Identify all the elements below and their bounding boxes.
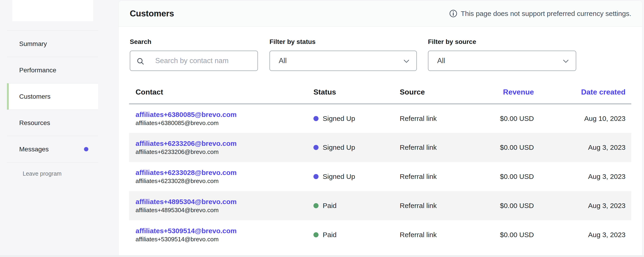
- status-label: Paid: [323, 202, 336, 210]
- contact-email: affiliates+6233206@brevo.com: [136, 148, 314, 156]
- chevron-down-icon: [562, 58, 569, 64]
- search-icon: [136, 57, 144, 65]
- status-dot-icon: [314, 232, 318, 237]
- horizontal-scrollbar[interactable]: [0, 255, 644, 257]
- status-filter-select[interactable]: All: [270, 51, 417, 71]
- revenue-cell: $0.00 USD: [490, 191, 534, 220]
- sidebar-item-label: Customers: [19, 93, 50, 100]
- source-filter-group: Filter by source All: [428, 38, 576, 71]
- sidebar-item-label: Messages: [19, 146, 49, 153]
- search-label: Search: [130, 38, 258, 45]
- contact-link[interactable]: affiliates+4895304@brevo.com: [136, 197, 314, 206]
- column-header-status: Status: [314, 81, 400, 104]
- leave-program-link[interactable]: Leave program: [7, 170, 98, 177]
- chevron-down-icon: [403, 58, 410, 64]
- contact-email: affiliates+6233028@brevo.com: [136, 177, 314, 185]
- contact-email: affiliates+6380085@brevo.com: [136, 119, 314, 127]
- contact-link[interactable]: affiliates+6380085@brevo.com: [136, 110, 314, 119]
- date-created-cell: Aug 10, 2023: [534, 104, 631, 133]
- customers-table: Contact Status Source Revenue Date creat…: [129, 81, 631, 249]
- contact-email: affiliates+5309514@brevo.com: [136, 235, 314, 243]
- info-icon: [449, 9, 458, 18]
- divider: [7, 162, 98, 163]
- date-created-cell: Aug 3, 2023: [534, 133, 631, 162]
- revenue-cell: $0.00 USD: [490, 220, 534, 249]
- sidebar-item-summary[interactable]: Summary: [7, 30, 98, 57]
- revenue-cell: $0.00 USD: [490, 162, 534, 191]
- status-dot-icon: [314, 116, 318, 121]
- sidebar-item-customers[interactable]: Customers: [7, 83, 98, 110]
- sidebar-item-label: Performance: [19, 67, 56, 74]
- contact-link[interactable]: affiliates+5309514@brevo.com: [136, 226, 314, 235]
- status-label: Paid: [323, 231, 336, 239]
- contact-email: affiliates+4895304@brevo.com: [136, 206, 314, 214]
- sidebar-item-messages[interactable]: Messages: [7, 136, 98, 162]
- source-filter-value: All: [437, 57, 445, 65]
- revenue-cell: $0.00 USD: [490, 104, 534, 133]
- column-header-contact: Contact: [129, 81, 314, 104]
- page-title: Customers: [130, 9, 174, 18]
- sidebar-item-label: Resources: [19, 119, 50, 127]
- date-created-cell: Aug 3, 2023: [534, 191, 631, 220]
- source-cell: Referral link: [400, 162, 490, 191]
- column-header-source: Source: [400, 81, 490, 104]
- source-cell: Referral link: [400, 133, 490, 162]
- column-header-revenue[interactable]: Revenue: [490, 81, 534, 104]
- date-created-cell: Aug 3, 2023: [534, 220, 631, 249]
- status-dot-icon: [314, 203, 318, 208]
- status-dot-icon: [314, 145, 318, 150]
- status-dot-icon: [314, 174, 318, 179]
- date-created-cell: Aug 3, 2023: [534, 162, 631, 191]
- search-input[interactable]: [130, 51, 258, 70]
- revenue-cell: $0.00 USD: [490, 133, 534, 162]
- table-row: affiliates+6233206@brevo.com affiliates+…: [129, 133, 631, 162]
- panel-header: Customers This page does not support pre…: [119, 1, 642, 26]
- source-cell: Referral link: [400, 104, 490, 133]
- table-row: affiliates+4895304@brevo.com affiliates+…: [129, 191, 631, 220]
- sidebar: Summary Performance Customers Resources …: [0, 0, 119, 257]
- sidebar-item-resources[interactable]: Resources: [7, 110, 98, 136]
- currency-notice: This page does not support preferred cur…: [449, 9, 631, 18]
- status-filter-group: Filter by status All: [270, 38, 417, 71]
- status-label: Signed Up: [323, 173, 355, 181]
- search-filter-group: Search: [130, 38, 258, 71]
- table-header-row: Contact Status Source Revenue Date creat…: [129, 81, 631, 104]
- customers-panel: Customers This page does not support pre…: [119, 1, 642, 257]
- source-cell: Referral link: [400, 191, 490, 220]
- table-row: affiliates+6233028@brevo.com affiliates+…: [129, 162, 631, 191]
- source-filter-select[interactable]: All: [428, 51, 576, 71]
- search-box: [130, 51, 258, 71]
- status-label: Signed Up: [323, 115, 355, 122]
- unread-badge-icon: [84, 147, 88, 151]
- table-row: affiliates+5309514@brevo.com affiliates+…: [129, 220, 631, 249]
- contact-link[interactable]: affiliates+6233206@brevo.com: [136, 139, 314, 148]
- contact-link[interactable]: affiliates+6233028@brevo.com: [136, 168, 314, 177]
- column-header-date-created[interactable]: Date created: [534, 81, 631, 104]
- filter-status-label: Filter by status: [270, 38, 417, 45]
- status-filter-value: All: [279, 57, 286, 65]
- program-logo: [12, 0, 93, 21]
- sidebar-nav: Summary Performance Customers Resources …: [7, 30, 98, 177]
- source-cell: Referral link: [400, 220, 490, 249]
- table-row: affiliates+6380085@brevo.com affiliates+…: [129, 104, 631, 133]
- status-label: Signed Up: [323, 144, 355, 151]
- filter-source-label: Filter by source: [428, 38, 576, 45]
- sidebar-item-performance[interactable]: Performance: [7, 57, 98, 83]
- sidebar-item-label: Summary: [19, 40, 47, 48]
- currency-notice-text: This page does not support preferred cur…: [461, 10, 631, 17]
